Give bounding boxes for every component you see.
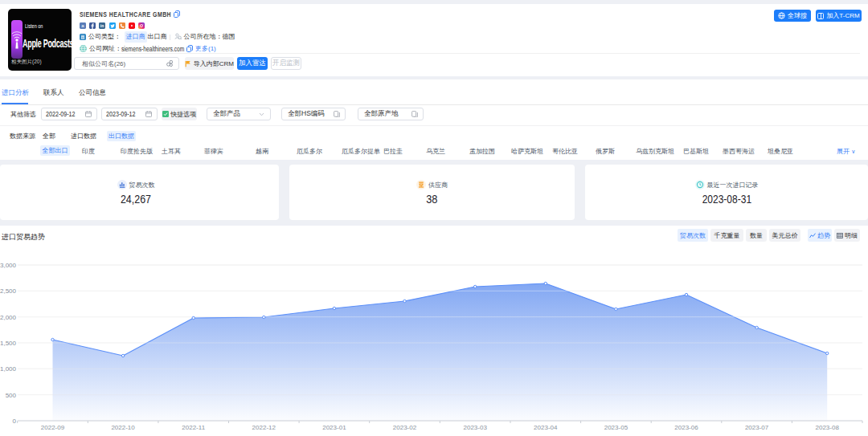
svg-text:3,000: 3,000: [0, 262, 17, 269]
svg-text:500: 500: [6, 392, 17, 399]
svg-text:2023-01: 2023-01: [322, 424, 346, 431]
svg-text:2,500: 2,500: [0, 287, 17, 295]
svg-text:2022-09: 2022-09: [41, 424, 65, 431]
svg-text:2022-11: 2022-11: [182, 424, 205, 431]
svg-text:2022-10: 2022-10: [111, 424, 135, 431]
svg-text:1,000: 1,000: [0, 365, 17, 373]
svg-text:2023-03: 2023-03: [464, 424, 488, 431]
svg-text:2023-07: 2023-07: [745, 424, 769, 431]
svg-text:2,000: 2,000: [0, 314, 17, 321]
svg-text:0: 0: [13, 418, 17, 425]
svg-text:2022-12: 2022-12: [252, 424, 276, 431]
svg-text:2023-02: 2023-02: [393, 424, 417, 431]
svg-text:2023-06: 2023-06: [674, 424, 698, 431]
svg-text:2023-08: 2023-08: [816, 424, 840, 431]
svg-text:in: in: [100, 23, 104, 28]
svg-text:2023-04: 2023-04: [534, 424, 558, 431]
svg-text:2023-05: 2023-05: [604, 424, 628, 431]
svg-text:1,500: 1,500: [0, 340, 17, 347]
